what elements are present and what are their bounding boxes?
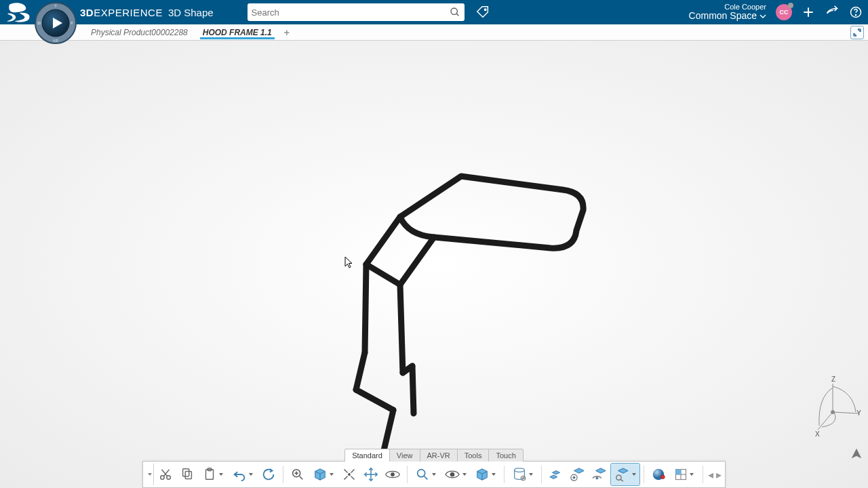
svg-rect-30 (185, 471, 191, 479)
avatar[interactable]: CC (776, 4, 792, 20)
help-icon[interactable] (849, 5, 863, 19)
paste-button[interactable] (199, 464, 227, 485)
toolbar-tab-arvr[interactable]: AR-VR (420, 449, 458, 462)
database-button[interactable] (509, 464, 537, 485)
toolbar-scroll-left[interactable]: ◂ (707, 464, 714, 485)
svg-text:V.R: V.R (53, 39, 58, 43)
toolbar-tab-standard[interactable]: Standard (344, 449, 390, 462)
svg-point-45 (514, 468, 524, 472)
toolbar-tabs: Standard View AR-VR Tools Touch (344, 449, 524, 462)
svg-rect-56 (675, 470, 681, 475)
compass-wheel[interactable]: T 3D P V.R (34, 1, 77, 45)
search-input[interactable] (252, 7, 450, 18)
add-icon[interactable] (802, 5, 815, 19)
svg-line-18 (400, 285, 403, 373)
svg-point-9 (484, 9, 486, 11)
model-hood-frame (319, 142, 610, 488)
toolbar-tab-view[interactable]: View (390, 449, 420, 462)
toolbar-grip[interactable] (146, 464, 154, 485)
rotate-view-button[interactable] (382, 464, 403, 485)
cut-button[interactable] (155, 464, 176, 485)
view-cube-button[interactable] (309, 464, 338, 485)
grid-layout-button[interactable] (670, 464, 698, 485)
ds-logo[interactable] (5, 3, 31, 23)
center-button[interactable] (339, 464, 359, 485)
shading-button[interactable] (471, 464, 500, 485)
assembly-search-button[interactable] (611, 464, 639, 485)
assembly-view-button[interactable] (589, 464, 610, 485)
document-tabs: Physical Product00002288 HOOD FRAME 1.1 … (0, 24, 868, 41)
svg-point-7 (451, 8, 457, 14)
zoom-window-button[interactable] (412, 464, 440, 485)
search-icon[interactable] (450, 7, 460, 18)
copy-button[interactable] (177, 464, 197, 485)
tag-icon[interactable] (475, 5, 490, 20)
viewport-3d[interactable]: Z Y X (0, 41, 868, 488)
svg-line-17 (365, 264, 366, 352)
bottom-toolbar: ◂ ▸ (142, 461, 726, 488)
toolbar-tab-tools[interactable]: Tools (458, 449, 490, 462)
svg-point-48 (573, 476, 575, 479)
tab-hood-frame[interactable]: HOOD FRAME 1.1 (200, 25, 275, 39)
visibility-button[interactable] (441, 464, 470, 485)
svg-line-22 (412, 366, 414, 413)
tab-physical-product[interactable]: Physical Product00002288 (88, 25, 191, 39)
topbar: 3DEXPERIENCE 3D Shape Cole Cooper Common… (0, 0, 868, 24)
svg-rect-29 (183, 469, 189, 476)
user-space[interactable]: Common Space (689, 11, 766, 21)
svg-point-24 (831, 411, 835, 414)
svg-line-14 (366, 217, 400, 264)
assembly-settings-button[interactable] (568, 464, 588, 485)
svg-line-16 (366, 264, 400, 285)
svg-line-15 (400, 237, 434, 285)
refresh-button[interactable] (258, 464, 279, 485)
search-box[interactable] (248, 3, 465, 21)
zoom-fit-button[interactable] (288, 464, 308, 485)
explode-button[interactable] (546, 464, 566, 485)
toolbar-tab-touch[interactable]: Touch (489, 449, 523, 462)
svg-line-8 (456, 14, 458, 16)
svg-point-50 (616, 475, 620, 480)
user-block[interactable]: Cole Cooper Common Space (689, 3, 766, 21)
svg-text:T: T (54, 4, 56, 8)
svg-point-44 (450, 472, 454, 476)
undo-button[interactable] (229, 464, 257, 485)
svg-line-21 (356, 390, 393, 410)
svg-point-41 (391, 473, 395, 476)
brand: 3DEXPERIENCE 3D Shape (80, 7, 214, 18)
svg-line-51 (620, 479, 623, 481)
svg-line-19 (356, 352, 365, 390)
svg-line-43 (424, 476, 427, 480)
collapse-panels-icon[interactable] (850, 26, 864, 39)
svg-point-13 (855, 14, 856, 15)
svg-line-34 (300, 476, 303, 480)
svg-point-49 (596, 477, 598, 479)
bottom-toolbar-wrap: Standard View AR-VR Tools Touch (0, 449, 868, 488)
materials-button[interactable] (648, 464, 669, 485)
tab-add[interactable]: + (284, 27, 290, 38)
svg-point-42 (417, 470, 425, 477)
svg-text:3D: 3D (37, 21, 42, 25)
pan-button[interactable] (361, 464, 381, 485)
share-icon[interactable] (825, 5, 840, 20)
svg-point-37 (349, 474, 351, 476)
axis-gizmo[interactable]: Z Y X (799, 378, 860, 439)
toolbar-scroll-right[interactable]: ▸ (715, 464, 722, 485)
